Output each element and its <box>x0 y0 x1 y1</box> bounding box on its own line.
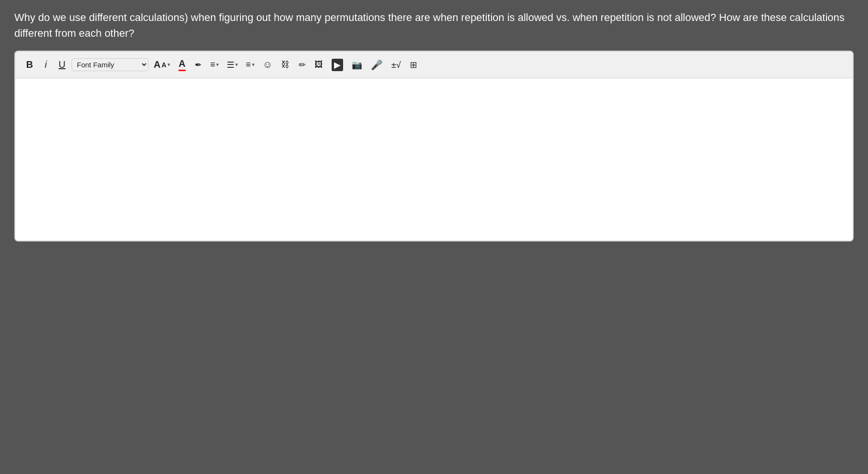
image-button[interactable]: 🖼 <box>312 58 326 72</box>
font-size-small-icon: A <box>161 61 166 69</box>
font-size-large-icon: A <box>154 59 160 70</box>
align-button[interactable]: ≡ ▾ <box>208 58 222 72</box>
underline-button[interactable]: U <box>55 57 69 72</box>
annotation-button[interactable]: ✏ <box>295 58 309 72</box>
font-color-button[interactable]: A <box>176 56 189 73</box>
video-play-icon: ▶ <box>332 59 343 71</box>
formula-icon: ±√ <box>391 60 401 70</box>
align-chevron-icon: ▾ <box>216 62 219 68</box>
editor-body[interactable] <box>15 78 853 241</box>
table-icon: ⊞ <box>410 60 417 70</box>
toolbar: B i U Font Family Arial Times New Roman … <box>15 52 853 78</box>
link-button[interactable]: ⛓ <box>278 58 293 72</box>
unordered-list-icon: ≡ <box>246 60 251 70</box>
eraser-icon: ✒ <box>195 60 202 70</box>
camera-button[interactable]: 📷 <box>349 58 365 72</box>
microphone-button[interactable]: 🎤 <box>368 57 386 73</box>
ordered-list-chevron-icon: ▾ <box>235 62 238 68</box>
emoji-icon: ☺ <box>263 59 272 70</box>
bold-button[interactable]: B <box>23 57 36 72</box>
question-container: Why do we use different calculations) wh… <box>14 10 854 41</box>
video-button[interactable]: ▶ <box>329 57 346 73</box>
italic-button[interactable]: i <box>39 57 52 72</box>
font-family-select[interactable]: Font Family Arial Times New Roman Courie… <box>72 58 148 71</box>
camera-icon: 📷 <box>352 60 362 70</box>
table-button[interactable]: ⊞ <box>407 58 420 72</box>
font-size-chevron-icon: ▾ <box>167 62 170 68</box>
ordered-list-button[interactable]: ☰ ▾ <box>224 58 241 72</box>
pencil-icon: ✏ <box>299 60 306 70</box>
emoji-button[interactable]: ☺ <box>260 57 275 72</box>
microphone-icon: 🎤 <box>371 59 383 71</box>
ordered-list-icon: ☰ <box>227 60 234 70</box>
font-size-button[interactable]: AA ▾ <box>151 57 173 72</box>
align-icon: ≡ <box>210 60 216 70</box>
formula-button[interactable]: ±√ <box>388 58 404 72</box>
clear-format-button[interactable]: ✒ <box>192 58 205 72</box>
font-color-icon: A <box>178 58 185 71</box>
image-icon: 🖼 <box>314 60 323 70</box>
unordered-list-button[interactable]: ≡ ▾ <box>243 58 257 72</box>
question-text: Why do we use different calculations) wh… <box>14 10 854 41</box>
editor-container: B i U Font Family Arial Times New Roman … <box>14 51 854 242</box>
link-icon: ⛓ <box>281 60 290 70</box>
unordered-list-chevron-icon: ▾ <box>252 62 255 68</box>
